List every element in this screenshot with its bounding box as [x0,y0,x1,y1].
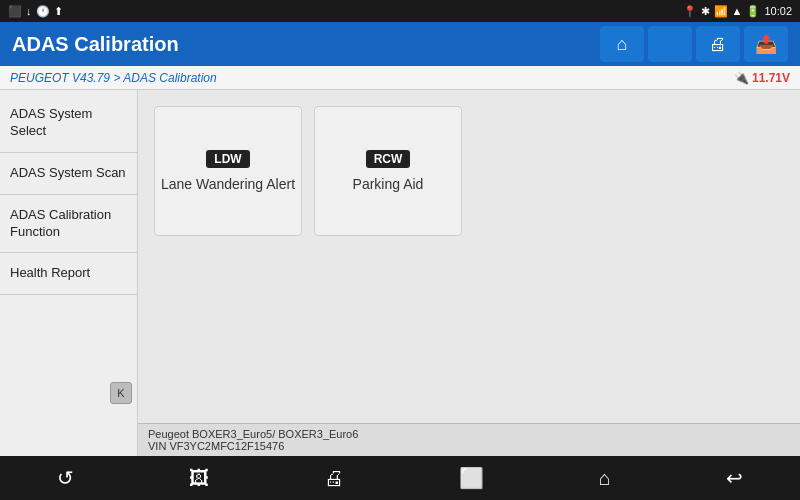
content-area: LDW Lane Wandering Alert RCW Parking Aid… [138,90,800,456]
ldw-label: Lane Wandering Alert [161,176,295,192]
bluetooth-icon: ✱ [701,5,710,18]
home-button[interactable]: ⌂ [600,26,644,62]
battery-icon: 🔋 [746,5,760,18]
refresh-icon[interactable]: ↺ [41,460,90,496]
sidebar-item-health-report[interactable]: Health Report [0,253,137,295]
sidebar-collapse-button[interactable]: K [110,382,132,404]
footer-info: Peugeot BOXER3_Euro5/ BOXER3_Euro6 VIN V… [138,423,800,456]
print-button[interactable]: 🖨 [696,26,740,62]
wifi-icon: 📶 [714,5,728,18]
transfer-button[interactable]: 📤 [744,26,788,62]
battery-voltage: 🔌 11.71V [734,71,790,85]
status-bar: ⬛ ↓ 🕐 ⬆ 📍 ✱ 📶 ▲ 🔋 10:02 [0,0,800,22]
app-icon-1: ⬛ [8,5,22,18]
main-area: ADAS System Select ADAS System Scan ADAS… [0,90,800,456]
ldw-badge: LDW [206,150,249,168]
rcw-badge: RCW [366,150,411,168]
sidebar-item-adas-scan[interactable]: ADAS System Scan [0,153,137,195]
time-display: 10:02 [764,5,792,17]
user-button[interactable]: 👤 [648,26,692,62]
sidebar-item-adas-select[interactable]: ADAS System Select [0,94,137,153]
header: ADAS Calibration ⌂ 👤 🖨 📤 [0,22,800,66]
back-icon[interactable]: ↩ [710,460,759,496]
footer-line1: Peugeot BOXER3_Euro5/ BOXER3_Euro6 [148,428,790,440]
header-icon-group: ⌂ 👤 🖨 📤 [600,26,788,62]
breadcrumb-bar: PEUGEOT V43.79 > ADAS Calibration 🔌 11.7… [0,66,800,90]
upload-icon: ⬆ [54,5,63,18]
breadcrumb: PEUGEOT V43.79 > ADAS Calibration [10,71,217,85]
signal-icon: ▲ [732,5,743,17]
square-icon[interactable]: ⬜ [443,460,500,496]
sidebar-item-adas-calibration[interactable]: ADAS Calibration Function [0,195,137,254]
bottom-bar: ↺ 🖼 🖨 ⬜ ⌂ ↩ [0,456,800,500]
footer-line2: VIN VF3YC2MFC12F15476 [148,440,790,452]
print-bottom-icon[interactable]: 🖨 [308,461,360,496]
status-left-icons: ⬛ ↓ 🕐 ⬆ [8,5,63,18]
card-ldw[interactable]: LDW Lane Wandering Alert [154,106,302,236]
download-icon: ↓ [26,5,32,17]
clock-icon: 🕐 [36,5,50,18]
battery-plug-icon: 🔌 [734,71,749,85]
header-title: ADAS Calibration [12,33,179,56]
status-right-icons: 📍 ✱ 📶 ▲ 🔋 10:02 [683,5,792,18]
rcw-label: Parking Aid [353,176,424,192]
card-rcw[interactable]: RCW Parking Aid [314,106,462,236]
location-icon: 📍 [683,5,697,18]
home-bottom-icon[interactable]: ⌂ [583,461,627,496]
cards-row: LDW Lane Wandering Alert RCW Parking Aid [154,106,784,236]
gallery-icon[interactable]: 🖼 [173,461,225,496]
